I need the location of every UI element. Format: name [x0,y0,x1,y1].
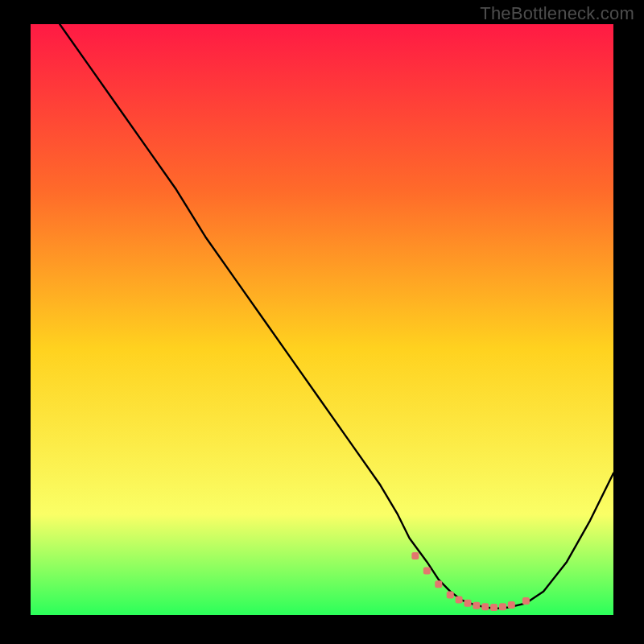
marker-point [411,552,419,559]
marker-point [435,580,442,588]
gradient-background [31,24,613,615]
marker-point [522,597,530,605]
marker-point [464,600,472,607]
marker-point [473,602,480,609]
bottleneck-chart [31,24,613,615]
marker-point [423,567,431,574]
marker-point [499,603,506,610]
marker-point [456,596,463,603]
marker-point [490,604,497,611]
watermark-text: TheBottleneck.com [480,3,634,24]
chart-frame: TheBottleneck.com [0,0,644,644]
plot-area [31,24,613,615]
marker-point [481,603,489,610]
marker-point [508,601,515,609]
marker-point [447,592,454,599]
